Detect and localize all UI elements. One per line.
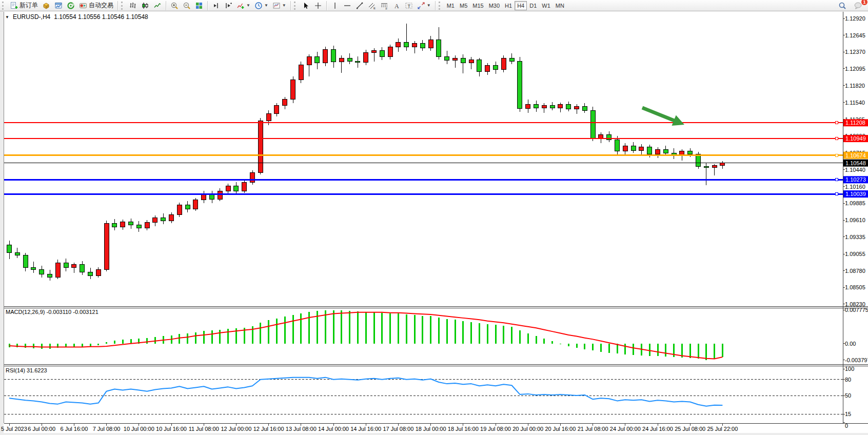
cursor-button[interactable]	[300, 1, 312, 11]
arrows-button[interactable]: ▼	[415, 1, 433, 11]
vertical-line-button[interactable]	[329, 1, 341, 11]
text-label-button[interactable]: T	[403, 1, 415, 11]
market-watch-icon	[42, 2, 50, 10]
svg-text:17 Jul 08:00: 17 Jul 08:00	[383, 426, 413, 432]
trendline-icon	[356, 2, 364, 10]
svg-text:20 Jul 00:00: 20 Jul 00:00	[512, 426, 543, 432]
horizontal-line-icon	[343, 2, 351, 10]
price-chart-canvas[interactable]: 1.129201.126451.123701.120951.118201.115…	[0, 11, 868, 435]
svg-text:1.10674: 1.10674	[845, 152, 866, 159]
periods-button[interactable]: ▼	[252, 1, 270, 11]
svg-text:13 Jul 08:00: 13 Jul 08:00	[286, 426, 317, 432]
notifications-button[interactable]: 1	[852, 1, 865, 11]
new-order-button[interactable]: 新订单	[8, 1, 40, 11]
svg-text:-0.003797: -0.003797	[845, 357, 868, 363]
toolbar-grip	[439, 2, 443, 10]
level-line-handle[interactable]	[835, 179, 838, 181]
svg-text:12 Jul 00:00: 12 Jul 00:00	[221, 426, 251, 432]
timeframe-m1-button[interactable]: M1	[444, 1, 457, 10]
templates-button[interactable]: ▼	[270, 1, 288, 11]
timeframe-m15-button[interactable]: M15	[470, 1, 486, 10]
toolbar-separator	[166, 1, 166, 10]
toolbar-grip	[294, 2, 298, 10]
svg-text:18 Jul 00:00: 18 Jul 00:00	[416, 426, 446, 432]
svg-text:24 Jul 00:00: 24 Jul 00:00	[610, 426, 641, 432]
level-line-handle[interactable]	[835, 193, 838, 195]
toolbar-grip	[121, 2, 125, 10]
svg-text:25 Jul 22:00: 25 Jul 22:00	[707, 426, 738, 432]
chevron-down-icon: ▼	[282, 4, 286, 8]
tile-windows-button[interactable]	[193, 1, 205, 11]
clock-icon	[254, 2, 263, 10]
zoom-in-button[interactable]	[168, 1, 181, 11]
data-window-icon	[54, 2, 63, 10]
svg-text:1.10548: 1.10548	[845, 160, 866, 166]
macd-label: MACD(12,26,9) -0.003110 -0.003121	[6, 309, 98, 315]
timeframe-m30-button[interactable]: M30	[486, 1, 502, 10]
level-line-handle[interactable]	[835, 137, 838, 140]
text-label-icon: T	[405, 2, 413, 10]
svg-text:0.00: 0.00	[845, 341, 856, 347]
svg-text:12 Jul 16:00: 12 Jul 16:00	[253, 426, 284, 432]
indicators-button[interactable]: ▼	[234, 1, 252, 11]
svg-text:25 Jul 08:00: 25 Jul 08:00	[675, 426, 705, 432]
chevron-down-icon: ▼	[246, 4, 250, 8]
level-line-handle[interactable]	[835, 122, 838, 124]
auto-trading-label: 自动交易	[89, 1, 113, 10]
navigator-button[interactable]	[65, 1, 77, 11]
svg-text:1.10949: 1.10949	[845, 135, 866, 142]
svg-text:80: 80	[845, 377, 851, 383]
svg-text:14 Jul 16:00: 14 Jul 16:00	[350, 426, 381, 432]
svg-text:A: A	[394, 2, 399, 9]
svg-text:19 Jul 08:00: 19 Jul 08:00	[480, 426, 511, 432]
line-chart-button[interactable]	[151, 1, 164, 11]
bar-chart-button[interactable]	[127, 1, 139, 11]
svg-text:1.12095: 1.12095	[845, 66, 865, 72]
tile-windows-icon	[195, 2, 203, 10]
line-chart-icon	[153, 2, 162, 10]
text-button[interactable]: A	[390, 1, 403, 11]
toolbar-separator	[207, 1, 208, 10]
fibonacci-button[interactable]: F	[378, 1, 390, 11]
candlestick-chart-button[interactable]	[139, 1, 151, 11]
timeframe-m5-button[interactable]: M5	[457, 1, 470, 10]
auto-scroll-icon	[224, 2, 232, 10]
timeframe-h1-button[interactable]: H1	[502, 1, 515, 10]
auto-scroll-button[interactable]	[222, 1, 234, 11]
svg-text:21 Jul 08:00: 21 Jul 08:00	[578, 426, 608, 432]
crosshair-button[interactable]	[312, 1, 324, 11]
svg-text:14 Jul 00:00: 14 Jul 00:00	[318, 426, 349, 432]
zoom-out-button[interactable]	[181, 1, 193, 11]
bar-chart-icon	[129, 2, 137, 10]
text-icon: A	[392, 2, 401, 10]
chart-shift-button[interactable]	[210, 1, 222, 11]
rsi-label: RSI(14) 31.6223	[6, 367, 47, 373]
market-watch-button[interactable]	[40, 1, 52, 11]
toolbar-separator	[435, 1, 436, 10]
trendline-button[interactable]	[353, 1, 366, 11]
toolbar-separator	[326, 1, 327, 10]
chart-menu-icon[interactable]: ▼	[5, 15, 9, 19]
toolbar-separator	[117, 1, 118, 10]
level-line-handle[interactable]	[835, 154, 838, 156]
chart-quote-ohlc: 1.10554 1.10556 1.10546 1.10548	[54, 13, 148, 21]
svg-text:10 Jul 16:00: 10 Jul 16:00	[156, 426, 187, 432]
horizontal-line-button[interactable]	[341, 1, 353, 11]
svg-text:1.11820: 1.11820	[845, 83, 865, 89]
timeframe-mn-button[interactable]: MN	[553, 1, 567, 10]
timeframe-h4-button[interactable]: H4	[515, 1, 527, 10]
timeframe-w1-button[interactable]: W1	[539, 1, 553, 10]
svg-text:1.08780: 1.08780	[845, 268, 865, 274]
auto-trading-button[interactable]: 自动交易	[77, 1, 115, 11]
search-button[interactable]	[836, 1, 849, 11]
toolbar: 新订单 自动交易 ▼ ▼	[0, 0, 868, 11]
data-window-button[interactable]	[52, 1, 65, 11]
svg-text:1.08505: 1.08505	[845, 284, 865, 290]
channel-icon: E	[368, 2, 376, 10]
svg-text:F: F	[385, 7, 387, 10]
timeframe-d1-button[interactable]: D1	[527, 1, 539, 10]
equidistant-channel-button[interactable]: E	[366, 1, 378, 11]
svg-text:0.007775: 0.007775	[845, 307, 868, 313]
new-order-icon	[10, 2, 18, 10]
svg-text:18 Jul 16:00: 18 Jul 16:00	[448, 426, 479, 432]
